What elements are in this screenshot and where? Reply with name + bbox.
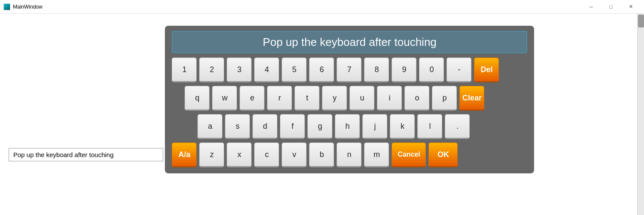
key-x[interactable]: x: [227, 142, 252, 167]
keyboard-row-zxcv: A/a z x c v b n m Cancel OK: [172, 142, 527, 167]
key-h[interactable]: h: [335, 114, 360, 139]
window-controls: ─ □ ✕: [581, 0, 641, 14]
key-q[interactable]: q: [185, 86, 210, 111]
key-e[interactable]: e: [240, 86, 264, 111]
del-button[interactable]: Del: [474, 58, 499, 82]
key-p[interactable]: p: [432, 86, 457, 111]
key-9[interactable]: 9: [392, 58, 416, 82]
key-6[interactable]: 6: [309, 58, 334, 82]
key-u[interactable]: u: [349, 86, 374, 111]
scrollbar-thumb: [638, 15, 644, 27]
keyboard-text-input[interactable]: [9, 148, 163, 161]
virtual-keyboard: Pop up the keyboard after touching 1 2 3…: [165, 26, 534, 173]
key-8[interactable]: 8: [364, 58, 389, 82]
main-content: Pop up the keyboard after touching 1 2 3…: [0, 14, 644, 215]
app-icon: [3, 3, 10, 10]
key-period[interactable]: .: [445, 114, 470, 139]
key-g[interactable]: g: [307, 114, 332, 139]
key-1[interactable]: 1: [172, 58, 197, 82]
key-l[interactable]: l: [417, 114, 442, 139]
key-2[interactable]: 2: [199, 58, 224, 82]
keyboard-row-numbers: 1 2 3 4 5 6 7 8 9 0 - Del: [172, 58, 527, 82]
keyboard-display: Pop up the keyboard after touching: [172, 31, 527, 53]
window-title: MainWindow: [13, 4, 581, 10]
key-j[interactable]: j: [362, 114, 387, 139]
aa-button[interactable]: A/a: [172, 142, 197, 167]
close-button[interactable]: ✕: [621, 0, 641, 14]
key-minus[interactable]: -: [447, 58, 471, 82]
key-a[interactable]: a: [197, 114, 222, 139]
key-f[interactable]: f: [280, 114, 305, 139]
keyboard-row-qwerty: q w e r t y u i o p Clear: [172, 86, 527, 111]
key-y[interactable]: y: [322, 86, 347, 111]
keyboard-row-asdf: a s d f g h j k l .: [172, 114, 527, 139]
key-s[interactable]: s: [225, 114, 250, 139]
key-4[interactable]: 4: [254, 58, 279, 82]
key-d[interactable]: d: [252, 114, 277, 139]
key-z[interactable]: z: [199, 142, 224, 167]
key-7[interactable]: 7: [337, 58, 361, 82]
key-c[interactable]: c: [254, 142, 279, 167]
clear-button[interactable]: Clear: [459, 86, 484, 111]
title-bar: MainWindow ─ □ ✕: [0, 0, 644, 14]
key-b[interactable]: b: [309, 142, 334, 167]
maximize-button[interactable]: □: [601, 0, 621, 14]
key-r[interactable]: r: [267, 86, 292, 111]
cancel-button[interactable]: Cancel: [392, 142, 426, 167]
key-n[interactable]: n: [337, 142, 361, 167]
key-k[interactable]: k: [390, 114, 415, 139]
ok-button[interactable]: OK: [428, 142, 458, 167]
minimize-button[interactable]: ─: [581, 0, 601, 14]
scrollbar[interactable]: [637, 14, 644, 215]
key-o[interactable]: o: [404, 86, 429, 111]
key-v[interactable]: v: [282, 142, 307, 167]
key-w[interactable]: w: [212, 86, 237, 111]
key-5[interactable]: 5: [282, 58, 307, 82]
key-0[interactable]: 0: [419, 58, 444, 82]
key-t[interactable]: t: [295, 86, 319, 111]
key-3[interactable]: 3: [227, 58, 252, 82]
key-i[interactable]: i: [377, 86, 402, 111]
key-m[interactable]: m: [364, 142, 389, 167]
